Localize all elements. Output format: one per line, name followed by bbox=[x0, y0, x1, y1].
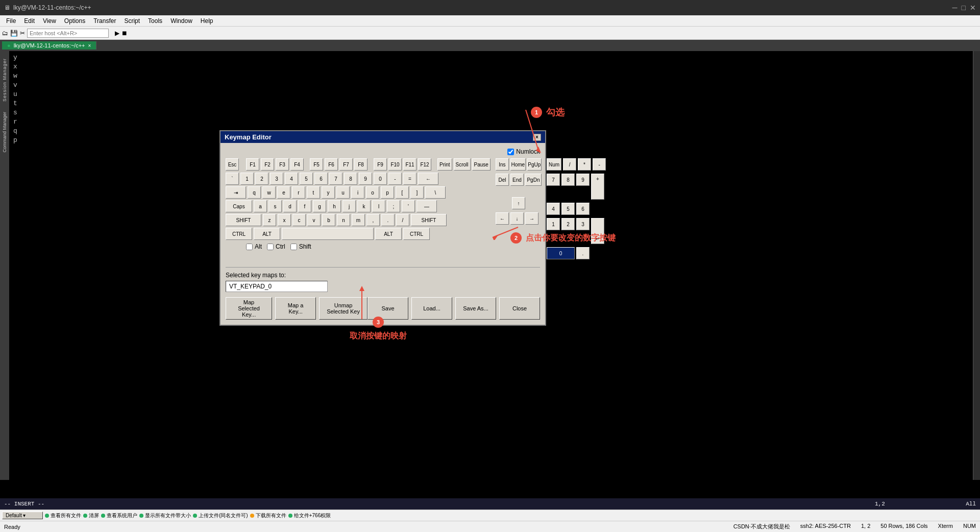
menu-file[interactable]: File bbox=[2, 16, 20, 26]
key-b[interactable]: b bbox=[322, 214, 335, 226]
key-8[interactable]: 8 bbox=[344, 173, 357, 185]
key-f4[interactable]: F4 bbox=[290, 158, 304, 171]
key-f8[interactable]: F8 bbox=[354, 158, 368, 171]
key-num5[interactable]: 5 bbox=[561, 203, 575, 215]
key-a[interactable]: a bbox=[254, 200, 267, 212]
key-left[interactable]: ← bbox=[496, 212, 509, 225]
key-num9[interactable]: 9 bbox=[576, 174, 590, 186]
key-3[interactable]: 3 bbox=[270, 173, 283, 185]
key-y[interactable]: y bbox=[322, 186, 335, 199]
key-num-enter[interactable]: ↵ bbox=[591, 218, 604, 244]
save-as-btn[interactable]: Save As... bbox=[455, 297, 496, 320]
close-dialog-btn[interactable]: Close bbox=[499, 297, 540, 320]
key-q[interactable]: q bbox=[248, 186, 261, 199]
map-a-key-btn[interactable]: Map a Key... bbox=[275, 297, 316, 320]
key-pgdn[interactable]: PgDn bbox=[525, 174, 542, 186]
menu-transfer[interactable]: Transfer bbox=[89, 16, 120, 26]
key-h[interactable]: h bbox=[328, 200, 341, 212]
key-7[interactable]: 7 bbox=[329, 173, 342, 185]
key-k[interactable]: k bbox=[357, 200, 371, 212]
key-d[interactable]: d bbox=[283, 200, 297, 212]
key-pgup[interactable]: PgUp bbox=[527, 158, 542, 171]
key-print[interactable]: Print bbox=[437, 158, 452, 171]
scrollbar[interactable] bbox=[973, 51, 980, 480]
key-w[interactable]: w bbox=[262, 186, 276, 199]
key-tab[interactable]: ⇥ bbox=[226, 186, 246, 199]
show-file-size-btn[interactable]: 显示所有文件带大小 bbox=[139, 512, 191, 519]
key-num7[interactable]: 7 bbox=[547, 174, 560, 186]
key-num4[interactable]: 4 bbox=[547, 203, 560, 215]
key-end[interactable]: End bbox=[510, 174, 524, 186]
key-m[interactable]: m bbox=[352, 214, 365, 226]
key-lalt[interactable]: ALT bbox=[254, 228, 280, 240]
key-u[interactable]: u bbox=[336, 186, 350, 199]
menu-script[interactable]: Script bbox=[120, 16, 144, 26]
key-num3[interactable]: 3 bbox=[576, 218, 590, 230]
menu-help[interactable]: Help bbox=[197, 16, 217, 26]
key-pause[interactable]: Pause bbox=[472, 158, 491, 171]
key-s[interactable]: s bbox=[268, 200, 282, 212]
key-slash[interactable]: / bbox=[396, 214, 409, 226]
key-period[interactable]: . bbox=[381, 214, 395, 226]
upload-btn[interactable]: 上传文件(同名文件可) bbox=[193, 512, 248, 519]
key-num1[interactable]: 1 bbox=[547, 218, 560, 230]
key-c[interactable]: c bbox=[292, 214, 306, 226]
key-space[interactable] bbox=[282, 228, 374, 240]
keymap-close-btn[interactable]: × bbox=[533, 134, 541, 141]
numlock-checkbox[interactable] bbox=[507, 149, 514, 155]
shift-modifier[interactable]: Shift bbox=[290, 243, 311, 250]
key-f2[interactable]: F2 bbox=[261, 158, 274, 171]
key-right[interactable]: → bbox=[525, 212, 538, 225]
key-num2[interactable]: 2 bbox=[561, 218, 575, 230]
ctrl-checkbox[interactable] bbox=[267, 244, 274, 250]
key-equals[interactable]: = bbox=[403, 173, 416, 185]
key-o[interactable]: o bbox=[366, 186, 379, 199]
shift-checkbox[interactable] bbox=[290, 244, 297, 250]
key-f5[interactable]: F5 bbox=[310, 158, 323, 171]
key-scroll[interactable]: Scroll bbox=[454, 158, 471, 171]
title-controls[interactable]: ─ □ ✕ bbox=[952, 4, 976, 12]
maximize-btn[interactable]: □ bbox=[962, 4, 966, 12]
key-backslash[interactable]: \ bbox=[425, 186, 446, 199]
key-5[interactable]: 5 bbox=[300, 173, 313, 185]
key-v[interactable]: v bbox=[307, 214, 321, 226]
key-rctrl[interactable]: CTRL bbox=[403, 228, 430, 240]
key-rbracket[interactable]: ] bbox=[410, 186, 424, 199]
key-2[interactable]: 2 bbox=[255, 173, 268, 185]
key-j[interactable]: j bbox=[342, 200, 356, 212]
minimize-btn[interactable]: ─ bbox=[952, 4, 958, 12]
key-9[interactable]: 9 bbox=[359, 173, 372, 185]
alt-checkbox[interactable] bbox=[246, 244, 253, 250]
key-f6[interactable]: F6 bbox=[325, 158, 338, 171]
close-btn[interactable]: ✕ bbox=[970, 4, 976, 12]
key-i[interactable]: i bbox=[351, 186, 364, 199]
key-x[interactable]: x bbox=[278, 214, 291, 226]
key-1[interactable]: 1 bbox=[240, 173, 254, 185]
key-n[interactable]: n bbox=[337, 214, 350, 226]
key-esc[interactable]: Esc bbox=[226, 158, 239, 171]
key-ins[interactable]: Ins bbox=[496, 158, 509, 171]
view-users-btn[interactable]: 查看系统用户 bbox=[101, 512, 137, 519]
key-num-dot[interactable]: . bbox=[576, 247, 590, 259]
key-f1[interactable]: F1 bbox=[246, 158, 259, 171]
default-btn[interactable]: Default ▾ bbox=[2, 512, 43, 519]
clear-screen-btn[interactable]: 清屏 bbox=[83, 512, 99, 519]
key-p[interactable]: p bbox=[381, 186, 394, 199]
unmap-selected-key-btn[interactable]: Unmap Selected Key bbox=[319, 297, 368, 320]
key-num0[interactable]: 0 bbox=[547, 247, 575, 259]
key-minus[interactable]: - bbox=[388, 173, 402, 185]
key-4[interactable]: 4 bbox=[285, 173, 298, 185]
key-f11[interactable]: F11 bbox=[403, 158, 416, 171]
key-f7[interactable]: F7 bbox=[339, 158, 353, 171]
key-num-slash[interactable]: / bbox=[563, 158, 576, 171]
key-comma[interactable]: , bbox=[366, 214, 380, 226]
key-f3[interactable]: F3 bbox=[276, 158, 289, 171]
map-selected-key-btn[interactable]: Map Selected Key... bbox=[226, 297, 272, 320]
save-btn[interactable]: Save bbox=[368, 297, 408, 320]
key-semicolon[interactable]: ; bbox=[387, 200, 400, 212]
key-num8[interactable]: 8 bbox=[561, 174, 575, 186]
key-t[interactable]: t bbox=[307, 186, 320, 199]
key-up[interactable]: ↑ bbox=[512, 197, 525, 209]
key-num-star[interactable]: * bbox=[578, 158, 591, 171]
key-ralt[interactable]: ALT bbox=[375, 228, 402, 240]
